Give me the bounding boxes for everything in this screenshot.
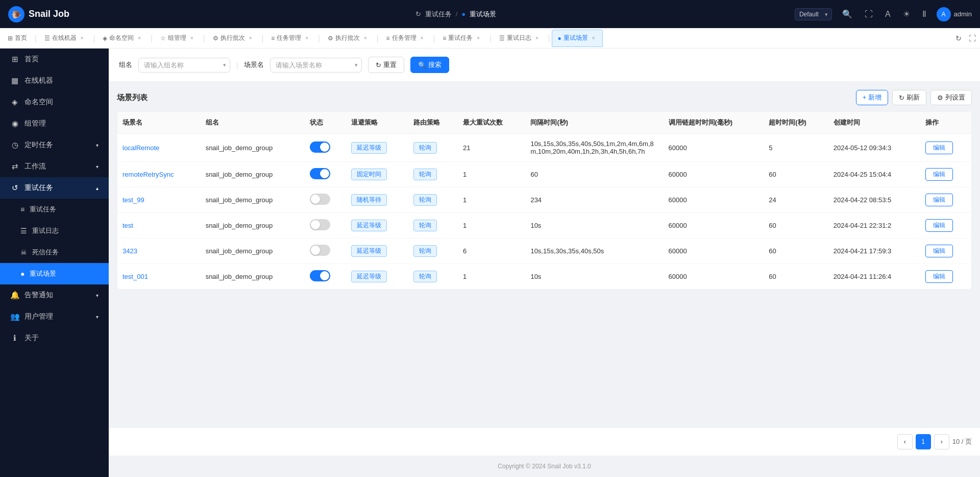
tab-task-mgmt1-close[interactable]: × bbox=[303, 35, 310, 42]
tab-namespace-icon: ◈ bbox=[103, 35, 107, 42]
font-icon-btn[interactable]: Ⅱ bbox=[920, 7, 928, 21]
backoff-badge-0: 延迟等级 bbox=[351, 142, 387, 154]
tab-home[interactable]: ⊞ 首页 bbox=[2, 30, 33, 47]
sidebar-item-group-mgmt[interactable]: ◉ 组管理 bbox=[0, 113, 109, 134]
refresh-label: 刷新 bbox=[906, 93, 920, 102]
tab-retry-task[interactable]: ≡ 重试任务 × bbox=[437, 30, 487, 47]
tab-task-mgmt2-close[interactable]: × bbox=[419, 35, 426, 42]
cell-action: 编辑 bbox=[920, 213, 971, 238]
sidebar-item-namespace[interactable]: ◈ 命名空间 bbox=[0, 91, 109, 113]
status-toggle-0[interactable] bbox=[310, 141, 330, 153]
sidebar-item-retry-task-sub[interactable]: ≡ 重试任务 bbox=[0, 199, 109, 220]
cell-interval: 10s,15s,30s,35s,40s,50s,1m,2m,4m,6m,8m,1… bbox=[525, 134, 663, 162]
tab-task-mgmt2[interactable]: ≡ 任务管理 × bbox=[381, 30, 431, 47]
reset-button[interactable]: ↻ 重置 bbox=[368, 57, 404, 73]
status-toggle-2[interactable] bbox=[310, 194, 330, 205]
sidebar-item-alert-notify[interactable]: 🔔 告警通知 ▾ bbox=[0, 284, 109, 306]
sidebar-namespace-label: 命名空间 bbox=[24, 98, 53, 107]
sidebar-item-user-mgmt[interactable]: 👥 用户管理 ▾ bbox=[0, 306, 109, 327]
tab-namespace-close[interactable]: × bbox=[136, 35, 143, 42]
edit-button-5[interactable]: 编辑 bbox=[925, 270, 953, 283]
sidebar-item-retry-log[interactable]: ☰ 重试日志 bbox=[0, 220, 109, 242]
tab-exec-batch1-close[interactable]: × bbox=[247, 35, 254, 42]
scene-name-link-1[interactable]: remoteRetrySync bbox=[122, 171, 174, 178]
reset-icon: ↻ bbox=[376, 61, 381, 69]
tab-online-machine[interactable]: ☰ 在线机器 × bbox=[39, 30, 91, 47]
tab-group-label: 组管理 bbox=[168, 34, 186, 42]
cell-action: 编辑 bbox=[920, 238, 971, 264]
sidebar-item-workflow[interactable]: ⇄ 工作流 ▾ bbox=[0, 156, 109, 177]
sidebar-item-schedule-task[interactable]: ◷ 定时任务 ▾ bbox=[0, 134, 109, 156]
tab-retry-scene[interactable]: ● 重试场景 × bbox=[552, 30, 602, 47]
sidebar-item-retry-scene[interactable]: ● 重试场景 bbox=[0, 263, 109, 284]
tab-exec-batch2-close[interactable]: × bbox=[362, 35, 369, 42]
tab-retry-scene-close[interactable]: × bbox=[590, 35, 597, 42]
edit-button-2[interactable]: 编辑 bbox=[925, 194, 953, 206]
scene-name-link-2[interactable]: test_99 bbox=[122, 196, 144, 204]
theme-icon-btn[interactable]: ☀ bbox=[901, 7, 912, 21]
tab-retry-log-close[interactable]: × bbox=[533, 35, 541, 42]
search-icon-btn[interactable]: 🔍 bbox=[840, 7, 854, 21]
cell-group-name: snail_job_demo_group bbox=[201, 238, 305, 264]
backoff-badge-5: 延迟等级 bbox=[351, 271, 387, 282]
group-select-wrap[interactable]: 请输入组名称 bbox=[138, 58, 230, 73]
status-toggle-5[interactable] bbox=[310, 270, 330, 281]
sidebar-item-dead-task[interactable]: ☠ 死信任务 bbox=[0, 242, 109, 263]
sidebar-item-about[interactable]: ℹ 关于 bbox=[0, 327, 109, 349]
col-backoff: 退避策略 bbox=[346, 112, 408, 134]
scene-select[interactable]: 请输入场景名称 bbox=[270, 58, 362, 73]
sidebar-item-retry-task[interactable]: ↺ 重试任务 ▴ bbox=[0, 177, 109, 199]
edit-button-3[interactable]: 编辑 bbox=[925, 219, 953, 232]
tab-retry-task-close[interactable]: × bbox=[475, 35, 482, 42]
search-label: 搜索 bbox=[428, 60, 442, 69]
tab-maximize-btn[interactable]: ⛶ bbox=[967, 32, 978, 44]
cell-max-retry: 1 bbox=[458, 264, 525, 290]
cell-interval: 60 bbox=[525, 162, 663, 187]
backoff-badge-3: 延迟等级 bbox=[351, 220, 387, 231]
col-route: 路由策略 bbox=[408, 112, 458, 134]
tab-retry-log[interactable]: ☰ 重试日志 × bbox=[494, 30, 546, 47]
next-page-btn[interactable]: › bbox=[934, 434, 949, 449]
fullscreen-icon-btn[interactable]: ⛶ bbox=[863, 8, 875, 21]
default-select[interactable]: Default bbox=[795, 8, 832, 20]
refresh-button[interactable]: ↻ 刷新 bbox=[892, 90, 926, 105]
sidebar-item-online-machine[interactable]: ▦ 在线机器 bbox=[0, 70, 109, 91]
status-toggle-1[interactable] bbox=[310, 168, 330, 179]
tab-exec-batch2[interactable]: ⚙ 执行批次 × bbox=[322, 30, 375, 47]
admin-area[interactable]: A admin bbox=[937, 7, 972, 21]
about-icon: ℹ bbox=[10, 333, 19, 343]
cell-route: 轮询 bbox=[408, 213, 458, 238]
tab-group-close[interactable]: × bbox=[188, 35, 195, 42]
tab-namespace[interactable]: ◈ 命名空间 × bbox=[97, 30, 149, 47]
tab-refresh-btn[interactable]: ↻ bbox=[953, 32, 964, 44]
settings-button[interactable]: ⚙ 列设置 bbox=[930, 90, 972, 105]
default-select-wrap[interactable]: Default bbox=[795, 8, 832, 20]
breadcrumb-retry[interactable]: 重试任务 bbox=[425, 10, 452, 19]
edit-button-4[interactable]: 编辑 bbox=[925, 245, 953, 257]
tab-online-machine-close[interactable]: × bbox=[79, 35, 86, 42]
route-badge-3: 轮询 bbox=[413, 220, 437, 231]
edit-button-1[interactable]: 编辑 bbox=[925, 168, 953, 181]
sidebar-item-home[interactable]: ⊞ 首页 bbox=[0, 49, 109, 70]
tab-exec-batch1-icon: ⚙ bbox=[213, 35, 218, 42]
status-toggle-4[interactable] bbox=[310, 245, 330, 256]
status-toggle-3[interactable] bbox=[310, 219, 330, 230]
tab-group-mgmt[interactable]: ☆ 组管理 × bbox=[155, 30, 201, 47]
tab-task-mgmt1[interactable]: ≡ 任务管理 × bbox=[265, 30, 316, 47]
scene-select-wrap[interactable]: 请输入场景名称 bbox=[270, 58, 362, 73]
add-button[interactable]: + 新增 bbox=[856, 90, 888, 105]
cell-backoff: 延迟等级 bbox=[346, 213, 408, 238]
scene-name-link-4[interactable]: 3423 bbox=[122, 247, 137, 255]
backoff-badge-2: 随机等待 bbox=[351, 194, 387, 206]
route-badge-2: 轮询 bbox=[413, 194, 437, 206]
prev-page-btn[interactable]: ‹ bbox=[897, 434, 913, 449]
search-button[interactable]: 🔍 搜索 bbox=[410, 57, 449, 73]
page-1-btn[interactable]: 1 bbox=[916, 434, 931, 449]
scene-name-link-5[interactable]: test_001 bbox=[122, 273, 148, 280]
tab-exec-batch1[interactable]: ⚙ 执行批次 × bbox=[207, 30, 260, 47]
edit-button-0[interactable]: 编辑 bbox=[925, 141, 953, 154]
scene-name-link-3[interactable]: test bbox=[122, 222, 133, 229]
translate-icon-btn[interactable]: A bbox=[883, 8, 893, 21]
group-select[interactable]: 请输入组名称 bbox=[138, 58, 230, 73]
scene-name-link-0[interactable]: localRemote bbox=[122, 144, 159, 152]
